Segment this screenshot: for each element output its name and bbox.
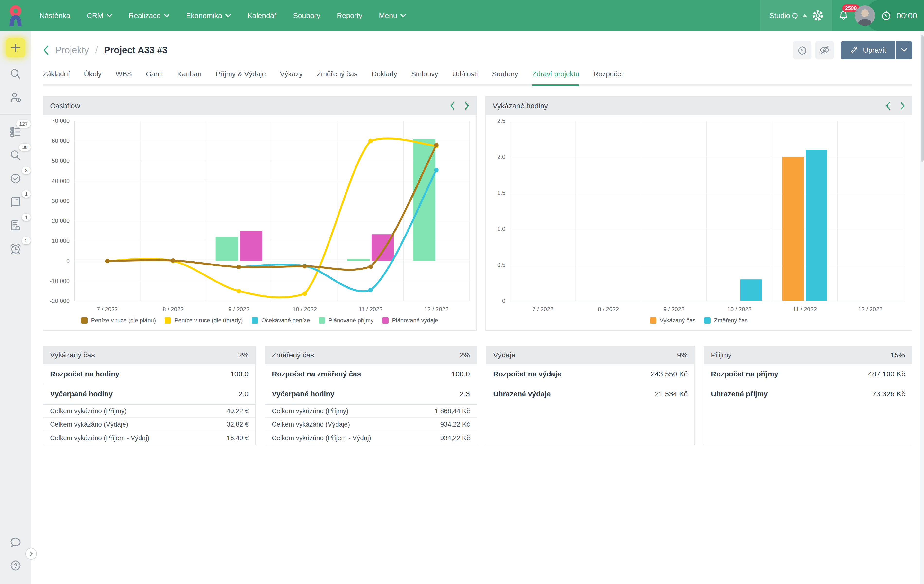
legend-item[interactable]: Plánované výdaje [382,317,438,324]
legend-item[interactable]: Peníze v ruce (dle úhrady) [165,317,243,324]
tab-doklady[interactable]: Doklady [371,70,397,86]
legend-label: Vykázaný čas [660,317,695,324]
left-sidebar: 127 38 3 1 1 2 ? [0,31,31,584]
page-header: Projekty / Project A33 #3 Upravit [43,41,912,60]
chat-bubble-icon [9,536,22,549]
legend-item[interactable]: Plánované příjmy [319,317,373,324]
back-button[interactable] [43,45,49,55]
unwatch-button[interactable] [815,41,834,60]
summary-sub-row: Celkem vykázáno (Příjem - Výdaj)16,40 € [43,431,255,445]
nav-item-ekonomika[interactable]: Ekonomika [178,0,239,31]
sidebar-item-watched[interactable]: 38 [5,144,26,166]
cashflow-next-button[interactable] [464,102,469,110]
pencil-icon [849,46,858,55]
app-logo[interactable] [0,0,31,31]
chevron-up-icon [802,14,807,17]
legend-item[interactable]: Očekávané peníze [252,317,310,324]
svg-text:2.0: 2.0 [497,154,505,160]
cashflow-prev-button[interactable] [450,102,455,110]
nav-item-soubory[interactable]: Soubory [285,0,328,31]
avatar[interactable] [855,5,875,26]
sidebar-divider [0,114,31,115]
tab-gantt[interactable]: Gantt [146,70,163,86]
summary-card-header: Vykázaný čas 2% [43,346,255,364]
legend-item[interactable]: Vykázaný čas [650,317,695,324]
svg-text:0: 0 [66,258,69,264]
tab-udalosti[interactable]: Události [452,70,478,86]
legend-item[interactable]: Změřený čas [704,317,748,324]
search-button[interactable] [5,63,26,85]
breadcrumb-separator: / [95,45,98,55]
clock-check-icon [9,172,22,185]
tab-soubory[interactable]: Soubory [492,70,518,86]
chevron-right-icon [28,551,34,557]
sidebar-item-documents[interactable]: 1 [5,215,26,236]
nav-item-menu[interactable]: Menu [371,0,414,31]
main-nav: Nástěnka CRM Realizace Ekonomika Kalendá… [31,0,414,31]
scrollbar-track[interactable] [920,31,924,584]
nav-item-nastenka[interactable]: Nástěnka [31,0,79,31]
summary-card-header: Výdaje 9% [486,346,695,364]
scrollbar-thumb[interactable] [921,35,924,162]
svg-text:8 / 2022: 8 / 2022 [163,306,184,313]
tab-wbs[interactable]: WBS [116,70,132,86]
summary-row: Vykázaný čas 2% Rozpočet na hodiny100.0 … [43,346,912,445]
summary-sub-row: Celkem vykázáno (Příjmy)49,22 € [43,404,255,417]
tab-vykazy[interactable]: Výkazy [280,70,302,86]
tab-zmereny-cas[interactable]: Změřený čas [317,70,358,86]
help-button[interactable]: ? [5,555,26,576]
tab-zakladni[interactable]: Základní [43,70,70,86]
user-add-icon [9,91,22,104]
legend-swatch [382,317,389,324]
svg-text:7 / 2022: 7 / 2022 [97,306,118,313]
breadcrumb-projects-link[interactable]: Projekty [55,45,89,55]
main-content: Projekty / Project A33 #3 Upravit Základ… [31,31,924,445]
invite-user-button[interactable] [5,87,26,108]
nav-item-realizace[interactable]: Realizace [120,0,178,31]
sidebar-item-reminders[interactable]: 2 [5,238,26,260]
summary-sub-row: Celkem vykázáno (Příjmy)1 868,44 Kč [265,404,477,417]
nav-item-kalendar[interactable]: Kalendář [239,0,285,31]
sidebar-expand-button[interactable] [25,548,37,560]
hours-next-button[interactable] [900,102,905,110]
summary-main-row: Rozpočet na výdaje243 550 Kč [486,364,695,384]
svg-text:9 / 2022: 9 / 2022 [228,306,249,313]
tab-ukoly[interactable]: Úkoly [84,70,102,86]
legend-label: Plánované výdaje [392,317,438,324]
summary-main-row: Rozpočet na hodiny100.0 [43,364,255,384]
tab-kanban[interactable]: Kanban [177,70,201,86]
chat-button[interactable] [5,531,26,553]
svg-text:8 / 2022: 8 / 2022 [598,306,619,313]
add-button[interactable] [6,38,25,58]
tab-smlouvy[interactable]: Smlouvy [411,70,438,86]
notifications-button[interactable]: 2588 [832,0,855,31]
tab-rozpocet[interactable]: Rozpočet [593,70,623,86]
sidebar-item-tasks[interactable]: 127 [5,121,26,142]
stopwatch-icon [797,45,808,56]
nav-item-crm[interactable]: CRM [79,0,120,31]
summary-card-header: Příjmy 15% [704,346,912,364]
chevron-left-icon [43,45,49,55]
sidebar-item-journal[interactable]: 1 [5,191,26,213]
legend-item[interactable]: Peníze v ruce (dle plánu) [81,317,156,324]
settings-button[interactable] [807,0,828,31]
breadcrumb: Projekty / Project A33 #3 [43,45,167,55]
summary-card-title: Výdaje [493,351,515,359]
track-time-button[interactable] [793,41,812,60]
summary-sub-row: Celkem vykázáno (Výdaje)934,22 Kč [265,417,477,431]
hours-prev-button[interactable] [886,102,891,110]
project-tabs: Základní Úkoly WBS Gantt Kanban Příjmy &… [43,70,912,86]
question-icon: ? [9,559,22,572]
sidebar-item-approvals[interactable]: 3 [5,168,26,189]
hours-title: Vykázané hodiny [493,102,548,110]
workspace-switcher[interactable]: Studio Q [769,12,807,20]
edit-dropdown-button[interactable] [896,41,912,60]
tab-prijmy-vydaje[interactable]: Příjmy & Výdaje [216,70,266,86]
tab-zdravi-projektu[interactable]: Zdraví projektu [532,70,579,86]
plus-icon [10,42,21,53]
nav-item-reporty[interactable]: Reporty [328,0,371,31]
summary-card-percent: 9% [677,351,688,359]
topbar-right: Studio Q 2588 [760,0,924,31]
svg-text:1.5: 1.5 [497,190,505,196]
edit-button[interactable]: Upravit [841,41,895,60]
